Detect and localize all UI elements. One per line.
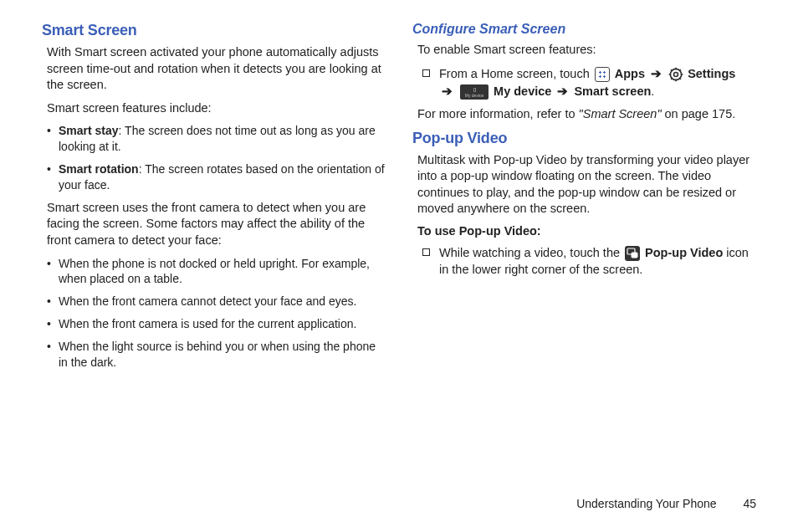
more-info-prefix: For more information, refer to xyxy=(417,107,579,120)
heading-popup-video: Pop-up Video xyxy=(412,130,756,147)
popup-label: Pop-up Video xyxy=(645,246,723,259)
camera-note: Smart screen uses the front camera to de… xyxy=(47,200,386,249)
popup-body: Multitask with Pop-up Video by transform… xyxy=(417,152,756,217)
apps-label: Apps xyxy=(615,67,645,80)
smart-screen-intro: With Smart screen activated your phone a… xyxy=(47,44,386,94)
heading-configure: Configure Smart Screen xyxy=(412,22,756,37)
factor-item: When the front camera is used for the cu… xyxy=(47,316,386,332)
right-column: Configure Smart Screen To enable Smart s… xyxy=(412,22,756,377)
svg-point-1 xyxy=(674,72,678,76)
more-info: For more information, refer to "Smart Sc… xyxy=(417,106,756,123)
page-footer: Understanding Your Phone 45 xyxy=(576,497,756,510)
use-step: While watching a video, touch the Pop-up… xyxy=(417,244,756,279)
more-info-suffix: on page 175. xyxy=(662,107,736,120)
configure-steps: From a Home screen, touch Apps ➔ Setting… xyxy=(417,65,756,100)
configure-lead: To enable Smart screen features: xyxy=(417,42,756,59)
feature-label: Smart rotation xyxy=(59,162,139,176)
configure-step: From a Home screen, touch Apps ➔ Setting… xyxy=(417,65,756,100)
factor-item: When the light source is behind you or w… xyxy=(47,339,386,371)
apps-icon xyxy=(595,67,610,82)
use-steps: While watching a video, touch the Pop-up… xyxy=(417,244,756,279)
feature-smart-stay: Smart stay: The screen does not time out… xyxy=(47,123,386,155)
settings-label: Settings xyxy=(688,67,735,80)
step-text: From a Home screen, touch xyxy=(439,67,593,80)
svg-line-8 xyxy=(671,78,673,79)
settings-icon xyxy=(668,67,688,80)
factor-item: When the phone is not docked or held upr… xyxy=(47,256,386,288)
heading-smart-screen: Smart Screen xyxy=(42,22,386,39)
left-column: Smart Screen With Smart screen activated… xyxy=(42,22,386,377)
svg-line-6 xyxy=(671,69,673,71)
factor-item: When the front camera cannot detect your… xyxy=(47,294,386,309)
footer-section: Understanding Your Phone xyxy=(576,497,716,510)
factors-list: When the phone is not docked or held upr… xyxy=(47,256,386,371)
my-device-label: My device xyxy=(494,84,551,98)
svg-rect-11 xyxy=(632,253,637,258)
use-prefix: While watching a video, touch the xyxy=(439,246,623,259)
page-number: 45 xyxy=(743,497,756,510)
svg-line-7 xyxy=(679,78,681,79)
use-popup-heading: To use Pop-up Video: xyxy=(417,224,756,238)
arrow-icon: ➔ xyxy=(651,67,662,80)
smart-screen-label: Smart screen xyxy=(574,84,651,98)
svg-line-9 xyxy=(679,69,681,71)
arrow-icon: ➔ xyxy=(442,84,453,98)
features-lead: Smart screen features include: xyxy=(47,100,386,117)
my-device-icon: ▯My device xyxy=(460,84,489,100)
popup-video-icon xyxy=(625,246,640,261)
more-info-ref: "Smart Screen" xyxy=(579,107,662,120)
feature-label: Smart stay xyxy=(59,124,119,137)
feature-smart-rotation: Smart rotation: The screen rotates based… xyxy=(47,161,386,193)
arrow-icon: ➔ xyxy=(557,84,568,98)
features-list: Smart stay: The screen does not time out… xyxy=(47,123,386,193)
